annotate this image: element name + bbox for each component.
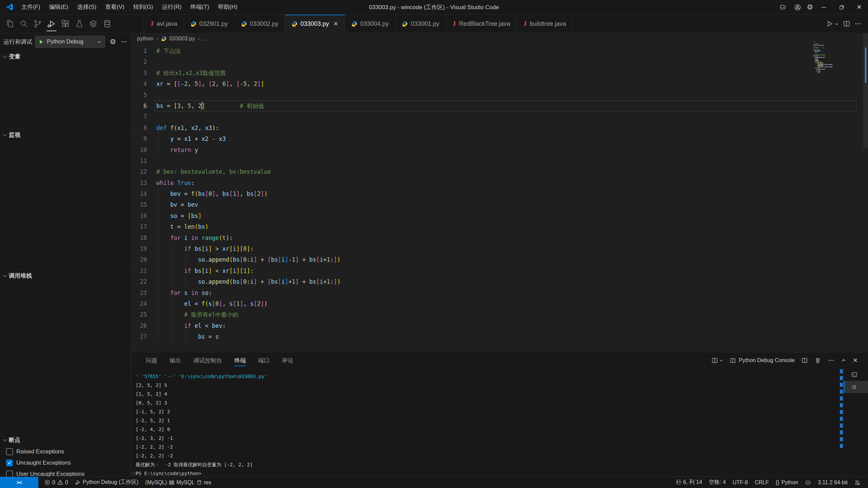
terminal-tab-python-debug-console[interactable]: Python Debug Console — [730, 357, 795, 364]
panel-tab-终端[interactable]: 终端 — [234, 353, 246, 368]
tab-RedBlackTree.java[interactable]: JRedBlackTree.java — [446, 15, 517, 33]
terminal-line: ' '57655' '--' 'E:\sync\code\python\0330… — [136, 372, 831, 381]
section-call-stack[interactable]: 调用堆栈 — [0, 269, 131, 282]
tab-buildtree.java[interactable]: Jbuildtree.java — [517, 15, 573, 33]
run-and-debug-icon[interactable] — [44, 15, 58, 33]
terminal-launch-icon[interactable] — [711, 357, 723, 364]
warning-icon — [57, 480, 63, 485]
tab-033002.py[interactable]: 033002.py — [235, 15, 285, 33]
debug-icon — [75, 480, 81, 485]
code-line-15: 15 bv = bev — [131, 199, 868, 210]
line-number: 19 — [131, 243, 147, 254]
tab-033003.py[interactable]: 033003.py✕ — [285, 15, 345, 33]
minimap[interactable] — [813, 41, 855, 74]
breakpoint-uncaught-exceptions[interactable]: ✓Uncaught Exceptions — [0, 457, 131, 468]
panel-tabs: 问题输出调试控制台终端端口评论 — [146, 353, 293, 368]
breadcrumb[interactable]: python › 033003.py › ... — [131, 33, 868, 44]
braces-icon: {} — [776, 480, 779, 486]
checkbox[interactable] — [6, 448, 13, 455]
more-actions-icon[interactable] — [854, 20, 861, 27]
code-editor[interactable]: python › 033003.py › ... 1# 下山法23# 给出x1,… — [131, 33, 868, 352]
close-icon[interactable]: ✕ — [850, 0, 868, 14]
panel-tab-调试控制台[interactable]: 调试控制台 — [193, 353, 222, 368]
menu-运行R[interactable]: 运行(R) — [157, 0, 186, 14]
menu-选择S[interactable]: 选择(S) — [73, 0, 101, 14]
debug-more-icon[interactable] — [120, 38, 127, 45]
section-breakpoints[interactable]: 断点 — [0, 434, 131, 446]
cursor-position[interactable]: 行 6, 列 14 — [673, 477, 705, 488]
line-number: 14 — [131, 188, 147, 199]
extensions-icon[interactable] — [58, 15, 72, 33]
maximize-panel-icon[interactable] — [841, 358, 846, 363]
code-line-6: 6bs = [3, 5, 2] # 初始值 — [131, 100, 868, 111]
line-number: 17 — [131, 221, 147, 232]
testing-icon[interactable] — [72, 15, 86, 33]
menu-帮助H[interactable]: 帮助(H) — [214, 0, 242, 14]
debug-status[interactable]: Python Debug (工作区) — [72, 477, 142, 488]
encoding[interactable]: UTF-8 — [729, 477, 751, 488]
copilot-status-icon[interactable] — [802, 477, 814, 488]
remote-indicator[interactable]: >< — [0, 477, 38, 488]
python-icon — [402, 21, 408, 27]
panel-tab-问题[interactable]: 问题 — [146, 353, 157, 368]
split-terminal-icon[interactable] — [801, 357, 808, 364]
terminal-item-debug-console[interactable] — [844, 381, 868, 393]
kill-terminal-icon[interactable] — [814, 357, 821, 364]
database-icon[interactable] — [100, 15, 114, 33]
panel-tab-评论[interactable]: 评论 — [282, 353, 293, 368]
code-line-11: 11 — [131, 155, 868, 166]
panel-tab-端口[interactable]: 端口 — [258, 353, 270, 368]
close-panel-icon[interactable]: ✕ — [853, 357, 858, 364]
code-line-3: 3# 给出x1,x2,x3取值范围 — [131, 68, 868, 78]
notifications-bell-icon[interactable] — [851, 477, 864, 488]
tab-avl.java[interactable]: Javl.java — [143, 15, 184, 33]
code-area[interactable]: 1# 下山法23# 给出x1,x2,x3取值范围4xr = [[-2, 5], … — [131, 45, 868, 342]
search-icon[interactable] — [17, 15, 31, 33]
language-mode[interactable]: {} Python — [772, 477, 802, 488]
menu-编辑E[interactable]: 编辑(E) — [45, 0, 73, 14]
checkbox[interactable]: ✓ — [6, 459, 13, 466]
run-file-button[interactable] — [826, 20, 839, 27]
tab-033001.py[interactable]: 033001.py — [396, 15, 446, 33]
menu-bar: 文件(F)编辑(E)选择(S)查看(V)转到(G)运行(R)终端(T)帮助(H) — [17, 0, 242, 14]
menu-查看V[interactable]: 查看(V) — [101, 0, 129, 14]
panel-tab-输出[interactable]: 输出 — [170, 353, 181, 368]
line-number: 23 — [131, 287, 147, 298]
tab-033004.py[interactable]: 033004.py — [345, 15, 396, 33]
code-line-20: 20 so.append(bs[0:i] + [bs[i]-1] + bs[i+… — [131, 254, 868, 265]
panel-more-icon[interactable] — [828, 357, 834, 364]
minimize-icon[interactable]: ─ — [815, 0, 833, 14]
restore-icon[interactable] — [833, 0, 850, 14]
mysql-status[interactable]: (MySQL) MySQL res — [142, 477, 215, 488]
tab-032901.py[interactable]: 032901.py — [184, 15, 235, 33]
copilot-icon[interactable] — [775, 0, 790, 14]
split-editor-icon[interactable] — [843, 20, 850, 27]
problems-status[interactable]: 0 0 — [41, 477, 72, 488]
terminal-item-powershell[interactable] — [844, 369, 868, 381]
menu-文件F[interactable]: 文件(F) — [17, 0, 45, 14]
eol-setting[interactable]: CRLF — [751, 477, 772, 488]
close-tab-icon[interactable]: ✕ — [333, 20, 338, 27]
debug-settings-gear-icon[interactable]: ⚙ — [108, 38, 118, 46]
indent-setting[interactable]: 空格: 4 — [706, 477, 729, 488]
line-number: 3 — [131, 68, 147, 78]
debug-config-dropdown[interactable]: Python Debug — [35, 36, 105, 48]
menu-终端T[interactable]: 终端(T) — [186, 0, 214, 14]
source-control-icon[interactable] — [31, 15, 44, 33]
menu-转到G[interactable]: 转到(G) — [129, 0, 158, 14]
section-watch[interactable]: 监视 — [0, 129, 131, 141]
python-interpreter[interactable]: 3.11.2 64-bit — [814, 477, 851, 488]
section-variables[interactable]: 变量 — [0, 51, 131, 62]
line-number: 9 — [131, 133, 147, 144]
layers-icon[interactable] — [86, 15, 100, 33]
account-icon[interactable] — [790, 0, 805, 14]
chevron-down-icon — [3, 132, 7, 136]
files-icon[interactable] — [3, 15, 17, 33]
line-number: 11 — [131, 155, 147, 166]
activity-bar — [0, 15, 133, 33]
panel-header: 问题输出调试控制台终端端口评论 Python Debug Console ✕ — [131, 352, 868, 369]
terminal-output[interactable]: ' '57655' '--' 'E:\sync\code\python\0330… — [136, 372, 831, 478]
settings-gear-icon[interactable]: ⚙ — [805, 0, 815, 14]
breakpoint-raised-exceptions[interactable]: Raised Exceptions — [0, 446, 131, 457]
code-line-7: 7 — [131, 111, 868, 122]
